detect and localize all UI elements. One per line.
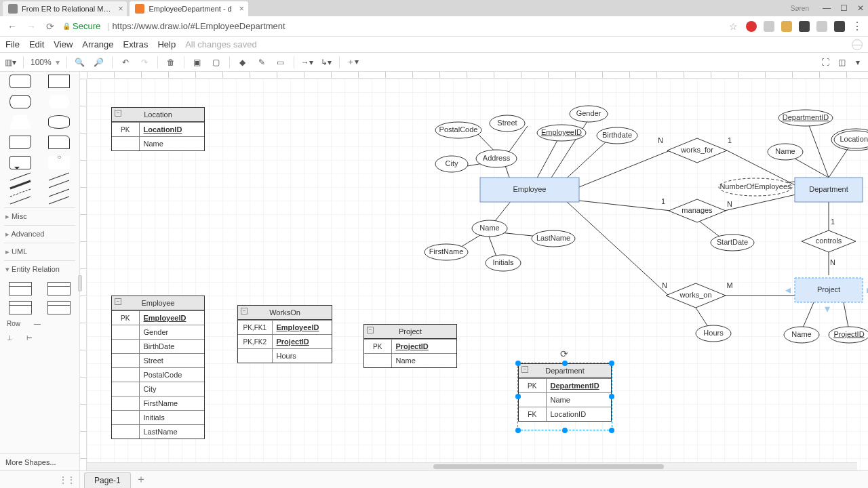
collapse-icon[interactable]: − [115, 298, 121, 305]
er-shape[interactable]: ⊥ [7, 334, 13, 342]
svg-text:N: N [658, 136, 663, 144]
secure-badge[interactable]: 🔒 Secure [62, 21, 100, 31]
ext-icon[interactable] [834, 21, 845, 32]
shape-hexagon[interactable] [48, 95, 70, 108]
profile-label[interactable]: Søren [791, 5, 809, 12]
collapse-icon[interactable]: − [241, 308, 248, 314]
table-project[interactable]: −Project PKProjectID Name [363, 324, 457, 368]
ext-icon[interactable] [799, 21, 810, 32]
menu-view[interactable]: View [54, 39, 73, 49]
reload-icon[interactable]: ⟳ [43, 21, 57, 32]
chrome-menu-icon[interactable]: ⋮ [852, 20, 863, 33]
sidebar-section-er[interactable]: Entity Relation [4, 260, 75, 278]
sidebar-section-advanced[interactable]: Advanced [4, 225, 75, 243]
favicon-icon [8, 4, 18, 14]
ext-icon[interactable] [764, 21, 774, 32]
svg-text:LastName: LastName [536, 234, 570, 242]
shape-document[interactable] [9, 136, 31, 149]
shadow-icon[interactable]: ▭ [275, 58, 287, 67]
connection-icon[interactable]: →▾ [301, 58, 313, 67]
svg-text:DepartmentID: DepartmentID [783, 113, 829, 121]
close-window-icon[interactable]: ✕ [857, 3, 864, 13]
menu-arrange[interactable]: Arrange [82, 39, 113, 49]
insert-icon[interactable]: ＋▾ [347, 56, 359, 68]
table-location[interactable]: −Location PKLocationID Name [111, 107, 205, 151]
shape-cylinder[interactable] [9, 95, 31, 108]
bookmark-star-icon[interactable]: ☆ [729, 21, 738, 32]
chrome-tab-2[interactable]: EmployeeDepartment - d × [130, 1, 248, 16]
fullscreen-icon[interactable]: ⛶ [819, 58, 831, 67]
er-divider-shape[interactable]: — [34, 320, 41, 327]
shape-actor[interactable] [48, 156, 70, 169]
svg-text:PostalCode: PostalCode [439, 125, 478, 134]
collapse-panel-icon[interactable]: ▾ [852, 58, 864, 67]
er-shape-table2[interactable] [47, 282, 71, 296]
favicon-icon [135, 4, 144, 14]
ext-icon[interactable] [816, 21, 827, 32]
view-dropdown-icon[interactable]: ▥▾ [4, 58, 16, 67]
back-icon[interactable]: ← [5, 21, 19, 32]
redo-icon[interactable]: ↷ [138, 58, 151, 67]
outline-toggle-icon[interactable]: ⋮⋮ [0, 471, 80, 488]
menu-file[interactable]: File [5, 39, 20, 49]
shape-dashed[interactable] [10, 189, 31, 197]
shape-thick-arrow[interactable] [9, 180, 31, 190]
sidebar-section-misc[interactable]: Misc [4, 207, 75, 225]
maximize-icon[interactable]: ☐ [840, 3, 848, 13]
er-shape-table[interactable] [9, 282, 32, 296]
svg-text:N: N [727, 200, 732, 208]
to-back-icon[interactable]: ▢ [210, 58, 222, 67]
omnibox[interactable]: 🔒 Secure | https://www.draw.io/#LEmploye… [62, 21, 729, 31]
shape-line2[interactable] [49, 197, 69, 205]
er-shape[interactable]: ⊢ [26, 334, 33, 342]
shape-rounded-rect[interactable] [9, 75, 31, 88]
horizontal-scrollbar[interactable] [87, 462, 857, 470]
more-shapes-button[interactable]: More Shapes... [0, 453, 79, 470]
shape-connector[interactable] [49, 189, 69, 197]
shape-line[interactable] [49, 180, 69, 188]
shape-arrow[interactable] [49, 173, 69, 181]
er-shape-list[interactable] [9, 301, 32, 314]
abp-icon[interactable] [746, 21, 757, 32]
sidebar-section-uml[interactable]: UML [4, 243, 75, 260]
zoom-select[interactable]: 100%▾ [31, 58, 60, 67]
shape-cloud[interactable] [48, 115, 70, 129]
zoom-out-icon[interactable]: 🔎 [93, 58, 105, 67]
er-shape-list2[interactable] [47, 301, 71, 314]
menu-edit[interactable]: Edit [29, 39, 44, 49]
collapse-icon[interactable]: − [521, 366, 528, 373]
shape-curve[interactable] [10, 173, 31, 181]
table-workson[interactable]: −WorksOn PK,FK1EmployeeID PK,FK2ProjectI… [237, 305, 332, 363]
er-row-label[interactable]: Row [7, 320, 20, 327]
collapse-icon[interactable]: − [115, 110, 121, 117]
menu-help[interactable]: Help [157, 39, 176, 49]
ext-icon[interactable] [781, 21, 792, 32]
fill-icon[interactable]: ◆ [237, 58, 249, 67]
shape-directional[interactable] [10, 197, 31, 205]
shape-callout[interactable] [9, 156, 31, 169]
svg-text:N: N [830, 258, 835, 266]
minimize-icon[interactable]: — [823, 3, 831, 13]
table-department[interactable]: −Department PKDepartmentID Name FKLocati… [518, 363, 612, 422]
shape-rect[interactable] [48, 75, 70, 88]
diagram-canvas[interactable]: Employee Department Project works_for ma… [87, 79, 868, 470]
format-panel-icon[interactable]: ◫ [835, 58, 848, 67]
to-front-icon[interactable]: ▣ [191, 58, 203, 67]
chrome-tab-1[interactable]: From ER to Relational M… × [3, 1, 127, 16]
zoom-in-icon[interactable]: 🔍 [74, 58, 86, 67]
close-icon[interactable]: × [118, 4, 123, 14]
menu-extras[interactable]: Extras [123, 39, 149, 49]
collapse-icon[interactable]: − [367, 327, 374, 333]
add-page-button[interactable]: ＋ [132, 471, 150, 488]
line-icon[interactable]: ✎ [256, 58, 268, 67]
language-icon[interactable] [852, 39, 863, 50]
table-employee[interactable]: −Employee PKEmployeeID Gender BirthDate … [111, 296, 205, 439]
forward-icon[interactable]: → [24, 21, 38, 32]
delete-icon[interactable]: 🗑 [165, 58, 177, 67]
waypoint-icon[interactable]: ↳▾ [320, 58, 332, 67]
shape-trapezoid[interactable] [9, 115, 31, 129]
close-icon[interactable]: × [239, 4, 244, 14]
shape-card[interactable] [48, 136, 70, 149]
page-tab-1[interactable]: Page-1 [84, 472, 131, 488]
undo-icon[interactable]: ↶ [119, 58, 132, 67]
